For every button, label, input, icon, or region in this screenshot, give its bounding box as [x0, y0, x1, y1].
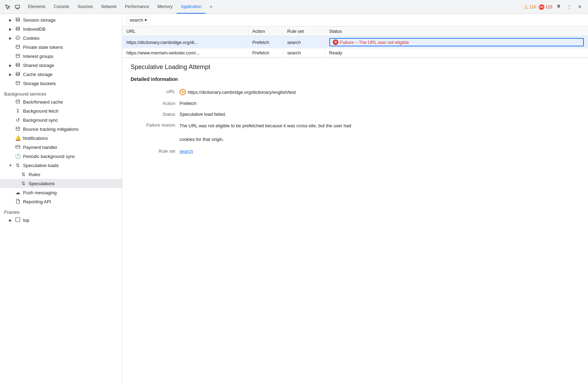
svg-line-0: [8, 7, 9, 9]
sidebar-item-private-state-tokens[interactable]: Private state tokens: [0, 43, 122, 52]
svg-point-9: [17, 38, 17, 38]
detail-label-url: URL: [131, 86, 179, 98]
table-row[interactable]: https://dictionary.cambridge.org/di... P…: [122, 36, 588, 48]
toggle-icon: ▶: [8, 73, 13, 76]
sidebar-item-rules[interactable]: ⇅ Rules: [0, 170, 122, 179]
detail-grid: URL ↻ https://dictionary.cambridge.org/d…: [131, 86, 580, 157]
sidebar-item-bounce-tracking[interactable]: Bounce tracking mitigations: [0, 124, 122, 134]
section-label: Frames: [4, 210, 20, 215]
storage-icon: [15, 44, 21, 50]
svg-rect-17: [16, 145, 20, 148]
svg-point-11: [16, 54, 20, 55]
sidebar-label: top: [23, 218, 29, 223]
storage-icon: [15, 126, 21, 132]
sidebar-item-push-messaging[interactable]: ☁ Push messaging: [0, 188, 122, 197]
sidebar-label: Periodic background sync: [23, 154, 75, 159]
speculations-table: URL Action Rule set Status https://dicti…: [122, 27, 588, 58]
detail-panel: Speculative Loading Attempt Detailed inf…: [122, 58, 588, 385]
sidebar-item-session-storage[interactable]: ▶ Session storage: [0, 15, 122, 24]
tab-memory[interactable]: Memory: [153, 0, 177, 14]
speculations-icon: ⇅: [20, 181, 27, 186]
search-dropdown[interactable]: search ▾: [126, 16, 150, 24]
detail-title: Speculative Loading Attempt: [131, 63, 580, 71]
col-header-ruleset: Rule set: [283, 27, 325, 36]
svg-point-8: [18, 38, 19, 39]
top-bar: Elements Console Sources Network Perform…: [0, 0, 588, 14]
cell-status-ready: Ready: [325, 48, 588, 58]
tab-elements[interactable]: Elements: [24, 0, 50, 14]
cell-url: https://dictionary.cambridge.org/di...: [122, 36, 248, 48]
cursor-icon[interactable]: [3, 3, 12, 11]
detail-value-failure-reason: The URL was not eligible to be prefetche…: [179, 120, 424, 146]
table-row[interactable]: https://www.merriam-webster.com/... Pref…: [122, 48, 588, 58]
more-options-icon[interactable]: ⋮: [565, 3, 573, 11]
detail-label-ruleset: Rule set: [131, 146, 179, 157]
failure-text: Failure – The URL was not eligible: [340, 40, 409, 45]
cell-ruleset: search: [283, 48, 325, 58]
tab-network[interactable]: Network: [97, 0, 121, 14]
svg-point-7: [18, 37, 19, 37]
close-icon[interactable]: ✕: [575, 3, 584, 11]
sidebar-item-indexed-db[interactable]: ▶ IndexedDB: [0, 24, 122, 33]
storage-icon: [15, 17, 21, 23]
sidebar-label: Bounce tracking mitigations: [23, 127, 79, 132]
devtools-icons: [1, 3, 24, 11]
main-layout: ▶ Session storage ▶ IndexedDB ▶ Cookies: [0, 14, 588, 385]
sidebar-item-backforward-cache[interactable]: Back/forward cache: [0, 97, 122, 106]
tab-sources[interactable]: Sources: [73, 0, 97, 14]
storage-icon: [15, 62, 21, 68]
sidebar-item-payment-handler[interactable]: Payment handler: [0, 143, 122, 152]
sidebar-label: Session storage: [23, 17, 56, 23]
toggle-icon: ▶: [8, 218, 13, 222]
svg-point-16: [16, 127, 20, 128]
sidebar-item-notifications[interactable]: 🔔 Notifications: [0, 134, 122, 143]
sidebar-item-interest-groups[interactable]: Interest groups: [0, 52, 122, 61]
sidebar-label: Interest groups: [23, 54, 53, 59]
storage-icon: [15, 99, 21, 105]
failure-badge: ✕ Failure – The URL was not eligible: [329, 38, 584, 46]
errors-badge[interactable]: ⛔ 115: [538, 4, 552, 10]
url-warning-icon: ↻: [179, 89, 186, 95]
sidebar-item-background-sync[interactable]: ↺ Background sync: [0, 115, 122, 124]
sidebar-label: Payment handler: [23, 145, 57, 150]
speculative-icon: ⇅: [15, 163, 21, 168]
sidebar-label: Cache storage: [23, 72, 53, 77]
toggle-icon: ▼: [8, 164, 13, 167]
tab-application[interactable]: Application: [177, 0, 206, 14]
cell-url: https://www.merriam-webster.com/...: [122, 48, 248, 58]
device-icon[interactable]: [13, 3, 22, 11]
detail-value-action: Prefetch: [179, 98, 580, 109]
detail-label-failure-reason: Failure reason: [131, 120, 179, 146]
top-bar-right: ⚠ 116 ⛔ 115 ⋮ ✕: [521, 3, 587, 11]
sidebar-item-shared-storage[interactable]: ▶ Shared storage: [0, 61, 122, 70]
nav-tabs: Elements Console Sources Network Perform…: [24, 0, 521, 14]
search-dropdown-label: search: [130, 17, 143, 23]
tab-performance[interactable]: Performance: [121, 0, 153, 14]
sidebar-item-top-frame[interactable]: ▶ top: [0, 216, 122, 225]
tab-console[interactable]: Console: [50, 0, 73, 14]
payment-icon: [15, 144, 21, 150]
col-header-url: URL: [122, 27, 248, 36]
sidebar-item-periodic-bg-sync[interactable]: 🕐 Periodic background sync: [0, 152, 122, 161]
sync-icon: ↺: [15, 117, 21, 123]
sidebar-item-speculations[interactable]: ⇅ Speculations: [0, 179, 122, 188]
sidebar-item-cookies[interactable]: ▶ Cookies: [0, 33, 122, 43]
sidebar-item-speculative-loads[interactable]: ▼ ⇅ Speculative loads: [0, 161, 122, 170]
col-header-status: Status: [325, 27, 588, 36]
storage-icon: [15, 53, 21, 59]
sidebar-item-cache-storage[interactable]: ▶ Cache storage: [0, 70, 122, 79]
ruleset-link[interactable]: search: [179, 149, 193, 154]
cookies-icon: [15, 35, 21, 41]
sidebar-item-reporting-api[interactable]: Reporting API: [0, 197, 122, 206]
bell-icon: 🔔: [15, 135, 21, 141]
sidebar-item-storage-buckets[interactable]: Storage buckets: [0, 79, 122, 88]
sidebar-label: Private state tokens: [23, 45, 63, 50]
sidebar-label: Back/forward cache: [23, 99, 63, 105]
tab-more[interactable]: »: [206, 0, 216, 14]
settings-icon[interactable]: [554, 3, 563, 11]
svg-point-15: [16, 100, 20, 101]
warnings-badge[interactable]: ⚠ 116: [524, 4, 536, 10]
sidebar-label: Rules: [29, 172, 40, 177]
sidebar-item-background-fetch[interactable]: ↧ Background fetch: [0, 106, 122, 115]
chevron-down-icon: ▾: [145, 17, 147, 23]
